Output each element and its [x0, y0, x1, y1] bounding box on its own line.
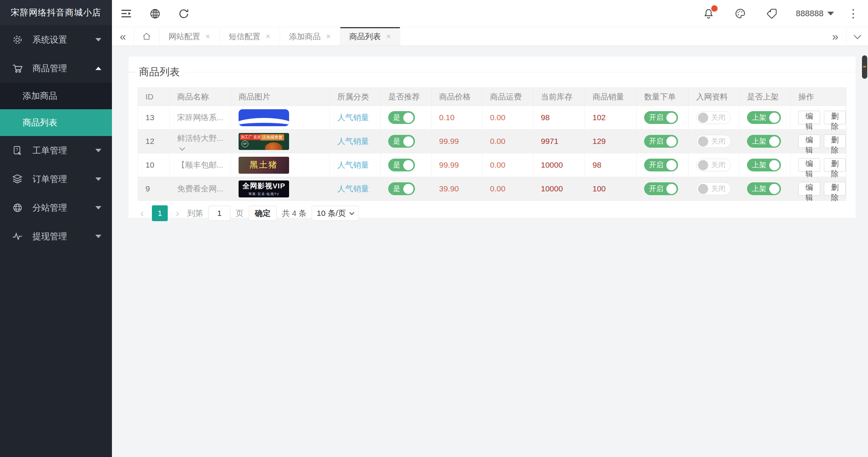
goto-confirm-button[interactable]: 确定	[249, 206, 277, 221]
sidebar-item-withdrawals[interactable]: 提现管理	[0, 222, 112, 251]
goto-prefix-label: 到第	[187, 208, 203, 219]
pagination-prev[interactable]: ‹	[138, 208, 147, 219]
tab-bar: « 网站配置 × 短信配置 × 添加商品 × 商品列表 × »	[112, 27, 868, 46]
product-list-card: 商品列表 ID 商品名称 商品图片 所属分类 是否推荐 商品价格 商品运费 当前…	[129, 57, 856, 218]
notification-dot	[711, 5, 718, 12]
delete-button[interactable]: 删除	[824, 135, 846, 148]
delete-button[interactable]: 删除	[824, 182, 846, 196]
pagination: ‹ 1 › 到第 页 确定 共 4 条 10 条/页	[138, 205, 847, 221]
username: 888888	[796, 9, 824, 18]
recommend-toggle[interactable]: 是	[388, 159, 415, 171]
tab-sms-config[interactable]: 短信配置 ×	[220, 27, 280, 46]
edit-button[interactable]: 编辑	[798, 135, 820, 148]
collapse-sidebar-button[interactable]	[112, 0, 141, 27]
delete-button[interactable]: 删除	[824, 158, 846, 172]
globe-icon	[12, 202, 23, 213]
edit-button[interactable]: 编辑	[798, 111, 820, 124]
tab-scroll-right[interactable]: »	[824, 27, 846, 46]
notifications-button[interactable]	[694, 0, 723, 27]
sidebar-item-product-management[interactable]: 商品管理	[0, 54, 112, 83]
refresh-icon	[178, 8, 189, 19]
close-icon[interactable]: ×	[386, 32, 391, 41]
sidebar: 宋辞网络抖音商城小店 系统设置 商品管理 添加商品 商品列表	[0, 0, 112, 457]
delete-button[interactable]: 删除	[824, 111, 846, 124]
more-menu-button[interactable]: ⋮	[844, 8, 863, 19]
tag-icon	[766, 8, 778, 19]
sidebar-item-work-orders[interactable]: ? 工单管理	[0, 136, 112, 165]
category-label: 人气销量	[337, 183, 369, 194]
shelf-toggle[interactable]: 上架	[747, 111, 781, 124]
shelf-toggle[interactable]: 上架	[747, 135, 781, 148]
close-icon[interactable]: ×	[326, 32, 331, 41]
chevron-up-icon	[95, 67, 101, 70]
expand-row-icon[interactable]	[179, 145, 185, 151]
close-icon[interactable]: ×	[266, 32, 271, 41]
ticket-icon: ?	[12, 145, 23, 156]
chevron-down-icon	[827, 12, 834, 15]
tab-add-product[interactable]: 添加商品 ×	[280, 27, 340, 46]
edit-button[interactable]: 编辑	[798, 182, 820, 196]
category-label: 人气销量	[337, 136, 369, 147]
network-info-toggle[interactable]: 关闭	[696, 135, 731, 148]
sidebar-item-orders[interactable]: 订单管理	[0, 165, 112, 193]
user-menu[interactable]: 888888	[789, 0, 841, 27]
category-label: 人气销量	[337, 112, 369, 123]
pagination-page-1[interactable]: 1	[152, 205, 168, 221]
product-image: 黑土猪	[239, 157, 289, 174]
network-info-toggle[interactable]: 关闭	[696, 111, 731, 124]
table-row: 10 【顺丰包邮... 黑土猪 人气销量 是 99.99 0.00 10000 …	[138, 153, 847, 177]
layers-icon	[12, 174, 23, 184]
sidebar-subitem-product-list[interactable]: 商品列表	[0, 109, 112, 136]
gear-icon	[12, 34, 23, 45]
scrollbar-thumb[interactable]	[862, 55, 867, 79]
chevron-down-icon	[350, 210, 355, 215]
top-header: 888888 ⋮	[112, 0, 868, 27]
tab-scroll-left[interactable]: «	[112, 27, 134, 46]
chevron-down-icon	[95, 149, 101, 152]
chevron-down-icon	[95, 206, 101, 209]
sidebar-item-substations[interactable]: 分站管理	[0, 193, 112, 222]
collapse-menu-icon	[121, 9, 132, 18]
chevron-down-icon	[95, 235, 101, 238]
goto-page-input[interactable]	[208, 206, 230, 221]
sidebar-subitem-add-product[interactable]: 添加商品	[0, 83, 112, 109]
table-row: 13 宋辞网络系... 人气销量 是 0.10 0.00 98 102 开启	[138, 106, 847, 130]
recommend-toggle[interactable]: 是	[388, 135, 415, 148]
quantity-order-toggle[interactable]: 开启	[644, 182, 678, 195]
tab-product-list[interactable]: 商品列表 ×	[340, 27, 401, 46]
main-content: 商品列表 ID 商品名称 商品图片 所属分类 是否推荐 商品价格 商品运费 当前…	[112, 46, 868, 457]
shelf-toggle[interactable]: 上架	[747, 159, 781, 171]
tab-home[interactable]	[134, 27, 159, 46]
globe-icon	[150, 8, 161, 19]
theme-button[interactable]	[726, 0, 755, 27]
quantity-order-toggle[interactable]: 开启	[644, 135, 678, 148]
page-size-select[interactable]: 10 条/页	[312, 206, 358, 221]
product-table: ID 商品名称 商品图片 所属分类 是否推荐 商品价格 商品运费 当前库存 商品…	[138, 87, 847, 201]
tab-operations-button[interactable]	[846, 27, 868, 46]
quantity-order-toggle[interactable]: 开启	[644, 159, 678, 171]
recommend-toggle[interactable]: 是	[388, 182, 415, 195]
chevron-down-icon	[854, 32, 861, 39]
edit-button[interactable]: 编辑	[798, 158, 820, 172]
sidebar-item-system-settings[interactable]: 系统设置	[0, 25, 112, 54]
tab-website-config[interactable]: 网站配置 ×	[159, 27, 220, 46]
shelf-toggle[interactable]: 上架	[747, 182, 781, 195]
close-icon[interactable]: ×	[205, 32, 210, 41]
refresh-button[interactable]	[169, 0, 198, 27]
chevron-down-icon	[95, 38, 101, 41]
recommend-toggle[interactable]: 是	[388, 111, 415, 124]
total-count-label: 共 4 条	[282, 208, 306, 219]
svg-text:?: ?	[15, 147, 18, 151]
quantity-order-toggle[interactable]: 开启	[644, 111, 678, 124]
category-label: 人气销量	[337, 160, 369, 170]
table-row: 12 鲜活特大野... 加工厂·直发 活海捕青蟹 SF 人气销量	[138, 130, 847, 153]
page-title: 商品列表	[139, 65, 180, 79]
goto-suffix-label: 页	[236, 208, 243, 219]
table-header-row: ID 商品名称 商品图片 所属分类 是否推荐 商品价格 商品运费 当前库存 商品…	[138, 87, 847, 106]
panel-header: 商品列表	[129, 57, 856, 87]
network-info-toggle[interactable]: 关闭	[696, 159, 731, 171]
network-info-toggle[interactable]: 关闭	[696, 182, 731, 195]
pagination-next[interactable]: ›	[173, 208, 182, 219]
tag-button[interactable]	[758, 0, 786, 27]
site-home-button[interactable]	[141, 0, 169, 27]
